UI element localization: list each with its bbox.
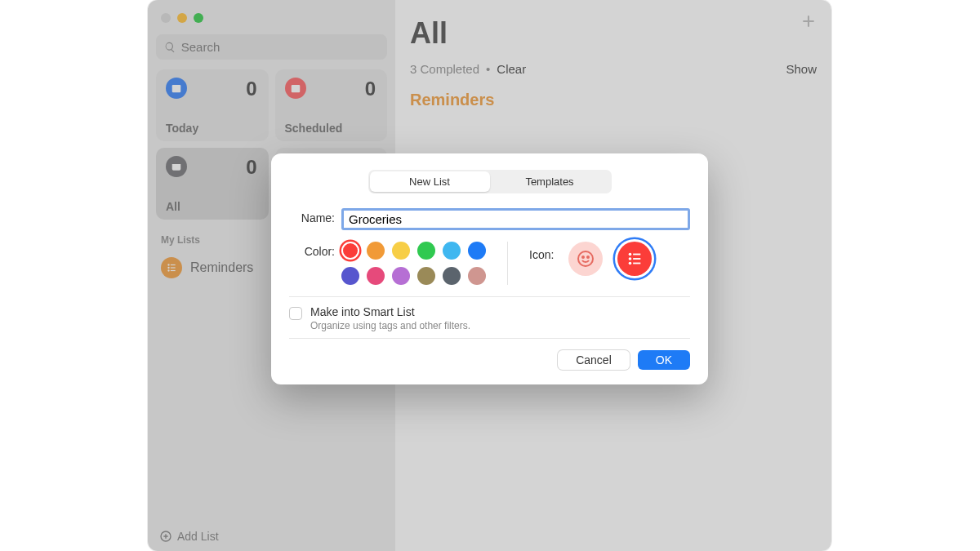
cancel-button[interactable]: Cancel xyxy=(558,350,630,370)
color-swatch-0[interactable] xyxy=(341,242,359,260)
name-label: Name: xyxy=(289,208,335,224)
color-label: Color: xyxy=(289,242,335,258)
color-swatch-1[interactable] xyxy=(367,242,385,260)
svg-point-12 xyxy=(587,256,589,258)
svg-point-11 xyxy=(582,256,584,258)
svg-rect-18 xyxy=(634,263,641,264)
color-swatch-7[interactable] xyxy=(367,267,385,285)
list-name-input[interactable] xyxy=(341,208,690,230)
smart-list-title: Make into Smart List xyxy=(310,305,470,318)
color-swatch-2[interactable] xyxy=(392,242,410,260)
smart-list-subtitle: Organize using tags and other filters. xyxy=(310,320,470,331)
smiley-icon xyxy=(576,249,595,269)
color-swatches xyxy=(341,242,486,285)
tab-templates[interactable]: Templates xyxy=(490,171,610,192)
icon-label: Icon: xyxy=(529,242,554,261)
color-swatch-6[interactable] xyxy=(341,267,359,285)
color-swatch-5[interactable] xyxy=(468,242,486,260)
new-list-sheet: New List Templates Name: Color: Icon: Ma… xyxy=(271,153,708,384)
color-swatch-11[interactable] xyxy=(468,267,486,285)
color-swatch-9[interactable] xyxy=(417,267,435,285)
color-swatch-4[interactable] xyxy=(443,242,461,260)
svg-point-15 xyxy=(629,257,632,260)
svg-point-10 xyxy=(578,251,593,266)
color-swatch-3[interactable] xyxy=(417,242,435,260)
tab-new-list[interactable]: New List xyxy=(370,171,490,192)
icon-option-list[interactable] xyxy=(617,242,652,276)
vertical-divider xyxy=(507,242,508,285)
icon-option-emoji[interactable] xyxy=(568,242,603,276)
tab-segmented-control: New List Templates xyxy=(368,170,612,193)
divider xyxy=(289,338,690,339)
svg-point-13 xyxy=(629,253,632,256)
smart-list-option: Make into Smart List Organize using tags… xyxy=(289,305,690,331)
svg-rect-16 xyxy=(634,258,641,260)
color-swatch-8[interactable] xyxy=(392,267,410,285)
svg-rect-14 xyxy=(634,254,641,256)
smart-list-checkbox[interactable] xyxy=(289,307,302,320)
svg-point-17 xyxy=(629,262,632,265)
ok-button[interactable]: OK xyxy=(638,350,690,370)
color-swatch-10[interactable] xyxy=(443,267,461,285)
divider xyxy=(289,296,690,297)
list-bullet-icon xyxy=(626,250,644,268)
